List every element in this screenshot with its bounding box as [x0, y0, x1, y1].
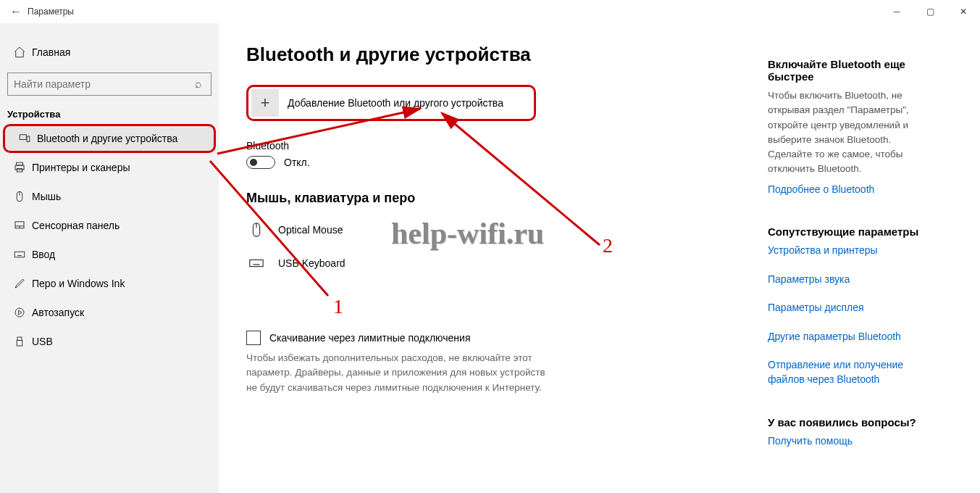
- bluetooth-state: Откл.: [284, 157, 310, 168]
- minimize-button[interactable]: ─: [880, 0, 913, 23]
- touchpad-icon: [13, 219, 32, 232]
- sidebar-item-label: Мышь: [32, 191, 61, 202]
- plus-icon: +: [251, 89, 279, 117]
- sidebar-item-mouse[interactable]: Мышь: [0, 182, 219, 211]
- help-title: У вас появились вопросы?: [768, 416, 934, 428]
- svg-rect-0: [20, 135, 26, 140]
- bluetooth-label: Bluetooth: [246, 140, 768, 152]
- related-link[interactable]: Параметры дисплея: [768, 301, 934, 315]
- sidebar-item-label: Автозапуск: [32, 307, 84, 318]
- maximize-button[interactable]: ▢: [913, 0, 947, 23]
- home-icon: [13, 46, 32, 59]
- device-group-title: Мышь, клавиатура и перо: [246, 191, 768, 206]
- sidebar-item-printers[interactable]: Принтеры и сканеры: [0, 153, 219, 182]
- search-icon: ⌕: [192, 78, 205, 91]
- mouse-icon: [246, 222, 267, 238]
- sidebar-item-typing[interactable]: Ввод: [0, 240, 219, 269]
- related-link[interactable]: Устройства и принтеры: [768, 244, 934, 258]
- sidebar-item-label: Принтеры и сканеры: [32, 162, 130, 173]
- search-input[interactable]: [14, 78, 192, 90]
- tip-text: Чтобы включить Bluetooth, не открывая ра…: [768, 88, 934, 177]
- add-device-button[interactable]: + Добавление Bluetooth или другого устро…: [246, 85, 536, 121]
- back-button[interactable]: ←: [10, 5, 28, 18]
- metered-checkbox[interactable]: [246, 331, 261, 345]
- svg-point-15: [15, 308, 24, 317]
- svg-rect-4: [17, 169, 22, 173]
- svg-rect-2: [17, 162, 23, 165]
- svg-rect-17: [17, 341, 22, 347]
- pen-icon: [13, 277, 32, 290]
- svg-rect-1: [27, 136, 30, 142]
- add-device-label: Добавление Bluetooth или другого устройс…: [288, 97, 503, 109]
- metered-help: Чтобы избежать дополнительных расходов, …: [246, 351, 550, 395]
- mouse-icon: [13, 190, 32, 203]
- search-box[interactable]: ⌕: [7, 72, 212, 96]
- page-title: Bluetooth и другие устройства: [246, 44, 768, 66]
- sidebar-item-autoplay[interactable]: Автозапуск: [0, 298, 219, 327]
- device-row[interactable]: USB Keyboard: [246, 246, 768, 280]
- related-title: Сопутствующие параметры: [768, 225, 934, 238]
- sidebar-category: Устройства: [0, 109, 219, 124]
- usb-icon: [13, 335, 32, 348]
- device-row[interactable]: Optical Mouse: [246, 213, 768, 246]
- sidebar-item-touchpad[interactable]: Сенсорная панель: [0, 211, 219, 240]
- sidebar-home-label: Главная: [32, 46, 70, 58]
- window-title: Параметры: [28, 7, 74, 17]
- close-button[interactable]: ✕: [947, 0, 980, 23]
- autoplay-icon: [13, 306, 32, 319]
- sidebar-item-pen[interactable]: Перо и Windows Ink: [0, 269, 219, 298]
- svg-rect-10: [14, 252, 25, 257]
- device-name: Optical Mouse: [278, 224, 343, 236]
- sidebar-item-bluetooth[interactable]: Bluetooth и другие устройства: [3, 124, 216, 153]
- help-link[interactable]: Получить помощь: [768, 434, 934, 449]
- sidebar-item-label: Ввод: [32, 249, 55, 260]
- svg-rect-16: [17, 337, 22, 341]
- sidebar-item-label: Bluetooth и другие устройства: [37, 133, 177, 144]
- keyboard-icon: [13, 248, 32, 261]
- tip-title: Включайте Bluetooth еще быстрее: [768, 58, 934, 83]
- related-link[interactable]: Параметры звука: [768, 273, 934, 287]
- keyboard-icon: [246, 255, 267, 271]
- tip-link[interactable]: Подробнее о Bluetooth: [768, 183, 934, 197]
- related-link[interactable]: Отправление или получение файлов через B…: [768, 358, 934, 386]
- printer-icon: [13, 161, 32, 174]
- sidebar-item-label: Сенсорная панель: [32, 220, 120, 231]
- related-link[interactable]: Другие параметры Bluetooth: [768, 330, 934, 344]
- bluetooth-toggle[interactable]: [246, 156, 275, 169]
- device-name: USB Keyboard: [278, 257, 345, 269]
- svg-rect-20: [250, 260, 263, 266]
- sidebar-item-label: Перо и Windows Ink: [32, 278, 125, 289]
- sidebar-home[interactable]: Главная: [0, 38, 219, 67]
- sidebar-item-usb[interactable]: USB: [0, 327, 219, 356]
- sidebar-item-label: USB: [32, 336, 53, 347]
- devices-icon: [18, 132, 37, 145]
- metered-label: Скачивание через лимитные подключения: [269, 332, 470, 344]
